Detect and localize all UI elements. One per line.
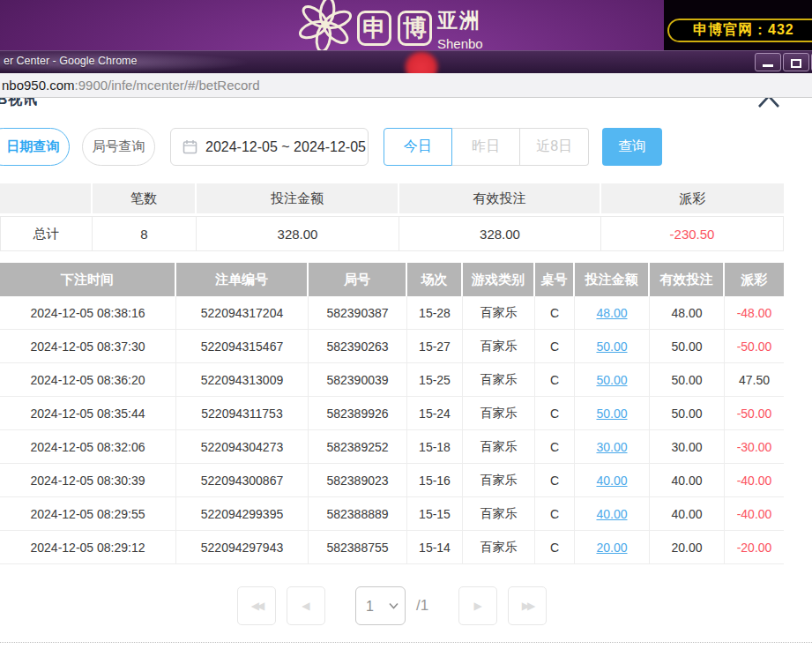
last-page-button[interactable]: ▶▶ bbox=[508, 586, 547, 625]
official-site-badge[interactable]: 申博官网：432 bbox=[667, 19, 812, 42]
quick-today-button[interactable]: 今日 bbox=[384, 128, 452, 166]
bet-amount-link[interactable]: 30.00 bbox=[596, 440, 627, 454]
search-button[interactable]: 查询 bbox=[602, 128, 662, 166]
cell-table: C bbox=[535, 397, 575, 430]
cell-session: 15-15 bbox=[407, 497, 463, 531]
cell-payout: -50.00 bbox=[725, 330, 784, 363]
cell-round: 582389252 bbox=[309, 430, 407, 464]
cell-payout: -48.00 bbox=[725, 296, 784, 330]
brand-char-bo: 博 bbox=[398, 11, 432, 46]
summary-header-count: 笔数 bbox=[93, 183, 197, 216]
next-page-button[interactable]: ▶ bbox=[458, 586, 497, 625]
cell-valid: 20.00 bbox=[650, 531, 725, 564]
table-row: 2024-12-05 08:38:16522094317204582390387… bbox=[0, 296, 784, 330]
prev-page-button[interactable]: ◀ bbox=[287, 586, 325, 625]
summary-row: 总计 8 328.00 328.00 -230.50 bbox=[0, 216, 784, 251]
table-row: 2024-12-05 08:37:30522094315467582390263… bbox=[0, 330, 784, 363]
col-header-bet-amount: 投注金额 bbox=[575, 263, 650, 296]
minimize-button[interactable] bbox=[755, 53, 781, 71]
col-header-order-no: 注单编号 bbox=[176, 263, 309, 296]
filter-bar: 日期查询 局号查询 2024-12-05 ~ 2024-12-05 今日 昨日 … bbox=[0, 128, 812, 166]
cell-round: 582390387 bbox=[309, 296, 407, 330]
cell-time: 2024-12-05 08:36:20 bbox=[0, 363, 176, 397]
cell-time: 2024-12-05 08:37:30 bbox=[0, 330, 176, 363]
bet-amount-link[interactable]: 50.00 bbox=[596, 407, 627, 421]
brand-region-cn: 亚洲 bbox=[437, 7, 483, 34]
quick-last8days-button[interactable]: 近8日 bbox=[520, 128, 589, 166]
cell-payout: -30.00 bbox=[725, 430, 784, 464]
summary-header-blank bbox=[0, 183, 93, 216]
chevron-up-icon[interactable] bbox=[756, 98, 781, 109]
summary-header-payout: 派彩 bbox=[601, 183, 784, 216]
cell-order: 522094300867 bbox=[176, 464, 309, 497]
cell-round: 582389023 bbox=[309, 464, 407, 497]
summary-valid-bet-value: 328.00 bbox=[399, 216, 601, 251]
page-title: SB视讯 bbox=[0, 98, 38, 109]
cell-game: 百家乐 bbox=[463, 497, 535, 531]
bet-record-table: 下注时间 注单编号 局号 场次 游戏类别 桌号 投注金额 有效投注 派彩 202… bbox=[0, 263, 784, 564]
maximize-button[interactable] bbox=[783, 53, 809, 71]
bottom-divider bbox=[0, 642, 812, 643]
tab-date-query[interactable]: 日期查询 bbox=[0, 128, 70, 166]
cell-round: 582390263 bbox=[309, 330, 407, 363]
summary-count-value: 8 bbox=[93, 216, 197, 251]
cell-bet: 50.00 bbox=[575, 330, 650, 363]
bet-amount-link[interactable]: 40.00 bbox=[596, 507, 627, 521]
cell-table: C bbox=[535, 464, 575, 497]
cell-game: 百家乐 bbox=[463, 296, 535, 330]
summary-header-valid-bet: 有效投注 bbox=[399, 183, 601, 216]
cell-valid: 50.00 bbox=[650, 363, 725, 397]
table-row: 2024-12-05 08:30:39522094300867582389023… bbox=[0, 464, 784, 497]
minimize-icon bbox=[763, 64, 773, 67]
cell-payout: -50.00 bbox=[725, 397, 784, 430]
cell-bet: 20.00 bbox=[575, 531, 650, 564]
cell-session: 15-18 bbox=[407, 430, 463, 464]
cell-order: 522094313009 bbox=[176, 363, 309, 397]
cell-order: 522094317204 bbox=[176, 296, 309, 330]
browser-address-bar[interactable]: nbo950.com:9900/infe/mcenter/#/betRecord bbox=[0, 73, 812, 98]
tab-round-query[interactable]: 局号查询 bbox=[82, 128, 155, 166]
cell-order: 522094299395 bbox=[176, 497, 309, 531]
cell-session: 15-28 bbox=[407, 296, 463, 330]
cell-bet: 30.00 bbox=[575, 430, 650, 464]
cell-game: 百家乐 bbox=[463, 531, 535, 564]
cell-valid: 40.00 bbox=[650, 497, 725, 531]
cell-order: 522094297943 bbox=[176, 531, 309, 564]
official-site-badge-label: 申博官网：432 bbox=[693, 21, 794, 40]
cell-valid: 40.00 bbox=[650, 464, 725, 497]
cell-payout: -40.00 bbox=[725, 497, 784, 531]
last-page-icon: ▶▶ bbox=[522, 600, 533, 612]
page-select[interactable]: 1 bbox=[355, 586, 406, 625]
cell-table: C bbox=[535, 296, 575, 330]
bet-amount-link[interactable]: 50.00 bbox=[596, 339, 627, 354]
cell-time: 2024-12-05 08:30:39 bbox=[0, 464, 176, 497]
date-range-value: 2024-12-05 ~ 2024-12-05 bbox=[205, 139, 366, 155]
url-host: nbo950.com bbox=[2, 78, 75, 93]
bet-amount-link[interactable]: 40.00 bbox=[596, 474, 627, 488]
bet-record-page: SB视讯 日期查询 局号查询 2024-12-05 ~ 2024-12-05 今… bbox=[0, 98, 812, 649]
quick-yesterday-label: 昨日 bbox=[472, 138, 500, 156]
bet-amount-link[interactable]: 48.00 bbox=[596, 306, 627, 320]
date-range-input[interactable]: 2024-12-05 ~ 2024-12-05 bbox=[170, 128, 369, 166]
summary-bet-amount-value: 328.00 bbox=[197, 216, 399, 251]
bet-amount-link[interactable]: 20.00 bbox=[596, 541, 627, 555]
table-row: 2024-12-05 08:36:20522094313009582390039… bbox=[0, 363, 784, 397]
first-page-button[interactable]: ◀◀ bbox=[237, 586, 276, 625]
cell-order: 522094311753 bbox=[176, 397, 309, 430]
col-header-bet-time: 下注时间 bbox=[0, 263, 176, 296]
cell-round: 582388755 bbox=[309, 531, 407, 564]
quick-yesterday-button[interactable]: 昨日 bbox=[452, 128, 521, 166]
bet-amount-link[interactable]: 50.00 bbox=[596, 373, 627, 387]
tab-round-query-label: 局号查询 bbox=[93, 138, 145, 155]
calendar-icon bbox=[183, 139, 197, 154]
cell-time: 2024-12-05 08:29:12 bbox=[0, 531, 176, 564]
cell-table: C bbox=[535, 430, 575, 464]
cell-game: 百家乐 bbox=[463, 397, 535, 430]
summary-table: 笔数 投注金额 有效投注 派彩 总计 8 328.00 328.00 -230.… bbox=[0, 183, 784, 251]
col-header-payout: 派彩 bbox=[725, 263, 784, 296]
cell-game: 百家乐 bbox=[463, 330, 535, 363]
cell-order: 522094315467 bbox=[176, 330, 309, 363]
cell-bet: 50.00 bbox=[575, 397, 650, 430]
brand-region: 亚洲 Shenbo bbox=[437, 7, 483, 51]
cell-bet: 50.00 bbox=[575, 363, 650, 397]
